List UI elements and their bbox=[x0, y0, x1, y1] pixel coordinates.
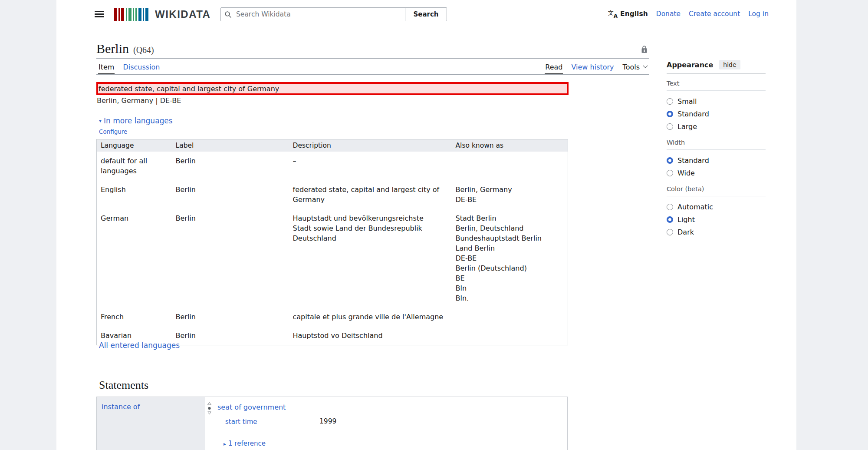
language-selector[interactable]: 文 A English bbox=[608, 10, 648, 18]
entity-label: Berlin bbox=[96, 41, 129, 56]
tab-tools[interactable]: Tools bbox=[622, 60, 648, 74]
radio-icon[interactable] bbox=[667, 98, 673, 105]
statement-main-value: seat of government bbox=[217, 403, 286, 411]
table-row: French Berlin capitale et plus grande vi… bbox=[97, 308, 568, 326]
cell-description: Hauptstadt und bevölkerungsreichste Stad… bbox=[289, 209, 452, 308]
radio-option-text-small[interactable]: Small bbox=[667, 95, 766, 108]
references-toggle[interactable]: ▸1 reference bbox=[224, 440, 266, 447]
wikidata-barcode-icon bbox=[114, 8, 148, 21]
entity-id: (Q64) bbox=[133, 45, 154, 55]
appearance-title: Appearance bbox=[667, 61, 713, 69]
entity-description: federated state, capital and largest cit… bbox=[98, 85, 279, 93]
header-user-links: 文 A English Donate Create account Log in bbox=[608, 0, 769, 28]
column-header-also-known-as: Also known as bbox=[452, 139, 568, 152]
alias: Berlin, Germany bbox=[456, 185, 564, 195]
tab-discussion[interactable]: Discussion bbox=[122, 60, 160, 74]
column-header-language: Language bbox=[97, 139, 172, 152]
radio-icon[interactable] bbox=[667, 111, 673, 117]
radio-option-color-light[interactable]: Light bbox=[667, 213, 766, 226]
cell-description: – bbox=[289, 152, 452, 180]
qualifier-value: 1999 bbox=[319, 417, 336, 425]
rank-selector-icon bbox=[207, 402, 212, 417]
tab-read[interactable]: Read bbox=[545, 60, 563, 74]
cell-language: French bbox=[97, 308, 172, 326]
search-button[interactable]: Search bbox=[405, 7, 447, 21]
statement-property-cell: instance of bbox=[97, 397, 205, 450]
table-header-row: Language Label Description Also known as bbox=[97, 139, 568, 152]
statements-heading: Statements bbox=[99, 379, 148, 392]
radio-icon[interactable] bbox=[667, 204, 673, 210]
value-link-seat-of-government[interactable]: seat of government bbox=[217, 403, 286, 411]
all-entered-languages-link[interactable]: All entered languages bbox=[99, 341, 180, 350]
radio-icon[interactable] bbox=[667, 216, 673, 223]
wikidata-logo[interactable]: WIKIDATA bbox=[114, 7, 210, 21]
donate-link[interactable]: Donate bbox=[656, 10, 681, 18]
cell-label: Berlin bbox=[172, 180, 289, 209]
main-menu-hamburger-icon[interactable] bbox=[95, 11, 104, 18]
width-options: Standard Wide bbox=[667, 154, 766, 179]
radio-option-text-standard[interactable]: Standard bbox=[667, 108, 766, 120]
radio-option-text-large[interactable]: Large bbox=[667, 120, 766, 133]
namespace-tabs: Item Discussion bbox=[96, 60, 162, 74]
alias: Land Berlin bbox=[456, 243, 564, 253]
column-header-description: Description bbox=[289, 139, 452, 152]
alias: Bln. bbox=[456, 293, 564, 303]
protection-lock-icon bbox=[640, 45, 648, 55]
radio-option-width-standard[interactable]: Standard bbox=[667, 154, 766, 167]
appearance-section-text: Text bbox=[667, 80, 766, 91]
cell-label: Berlin bbox=[172, 209, 289, 308]
cell-language: English bbox=[97, 180, 172, 209]
cell-aliases: Stadt Berlin Berlin, Deutschland Bundesh… bbox=[452, 209, 568, 308]
qualifier-property: start time bbox=[225, 418, 257, 426]
configure-link[interactable]: Configure bbox=[99, 128, 127, 135]
entity-aliases: Berlin, Germany | DE-BE bbox=[97, 96, 181, 105]
property-link-instance-of[interactable]: instance of bbox=[102, 403, 140, 411]
in-more-languages-toggle[interactable]: ▾In more languages bbox=[99, 116, 173, 125]
alias: Bln bbox=[456, 283, 564, 293]
radio-option-color-automatic[interactable]: Automatic bbox=[667, 201, 766, 213]
language-selector-label: English bbox=[620, 10, 648, 18]
radio-icon[interactable] bbox=[667, 123, 673, 130]
radio-icon[interactable] bbox=[667, 229, 673, 235]
site-header: WIKIDATA Search 文 A English Donate Creat… bbox=[56, 0, 796, 28]
radio-icon[interactable] bbox=[667, 170, 673, 176]
qualifier-link-start-time[interactable]: start time bbox=[225, 418, 257, 426]
alias: BE bbox=[456, 273, 564, 283]
create-account-link[interactable]: Create account bbox=[689, 10, 740, 18]
alias: Berlin, Deutschland bbox=[456, 223, 564, 233]
cell-aliases: Berlin, Germany DE-BE bbox=[452, 180, 568, 209]
reference-arrow-icon: ▸ bbox=[224, 441, 226, 447]
cell-aliases bbox=[452, 326, 568, 345]
radio-icon[interactable] bbox=[667, 157, 673, 164]
alias: Stadt Berlin bbox=[456, 213, 564, 223]
cell-label: Berlin bbox=[172, 152, 289, 180]
search-input-wrap[interactable] bbox=[220, 7, 405, 21]
alias: DE-BE bbox=[456, 253, 564, 263]
translate-icon: 文 A bbox=[608, 10, 618, 18]
cell-label: Berlin bbox=[172, 326, 289, 345]
statement-group: instance of seat of government start tim… bbox=[96, 397, 568, 450]
tab-view-history[interactable]: View history bbox=[571, 60, 614, 74]
table-row: German Berlin Hauptstadt und bevölkerung… bbox=[97, 209, 568, 308]
alias: Berlin (Deutschland) bbox=[456, 263, 564, 273]
tab-item[interactable]: Item bbox=[98, 60, 115, 74]
table-row: English Berlin federated state, capital … bbox=[97, 180, 568, 209]
log-in-link[interactable]: Log in bbox=[748, 10, 769, 18]
appearance-hide-button[interactable]: hide bbox=[719, 60, 740, 69]
appearance-section-width: Width bbox=[667, 139, 766, 150]
alias: Bundeshauptstadt Berlin bbox=[456, 233, 564, 243]
appearance-header: Appearance hide bbox=[667, 60, 766, 74]
appearance-section-color: Color (beta) bbox=[667, 185, 766, 196]
radio-option-width-wide[interactable]: Wide bbox=[667, 167, 766, 179]
cell-aliases bbox=[452, 308, 568, 326]
cell-language: German bbox=[97, 209, 172, 308]
search-input[interactable] bbox=[235, 10, 401, 19]
collapse-triangle-icon: ▾ bbox=[99, 118, 102, 124]
text-size-options: Small Standard Large bbox=[667, 95, 766, 133]
view-tabs: Read View history Tools bbox=[543, 60, 649, 74]
cell-label: Berlin bbox=[172, 308, 289, 326]
radio-option-color-dark[interactable]: Dark bbox=[667, 226, 766, 238]
cell-aliases bbox=[452, 152, 568, 180]
column-header-label: Label bbox=[172, 139, 289, 152]
search-box: Search bbox=[220, 7, 447, 21]
